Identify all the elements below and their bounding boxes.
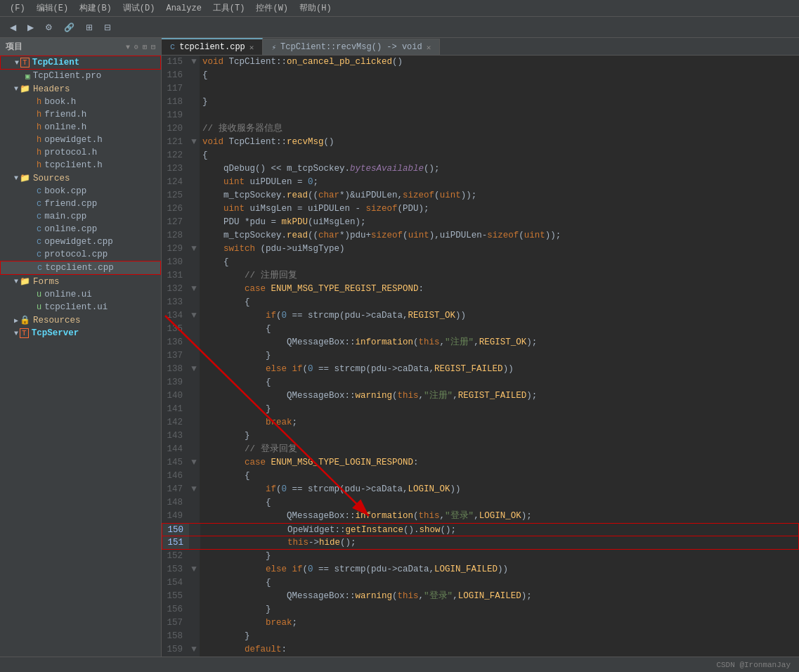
line-147: 147 ▼ if(0 == strcmp(pdu->caData,LOGIN_O… xyxy=(162,483,799,496)
line-158: 158 } xyxy=(162,630,799,643)
line-116: 116 { xyxy=(162,69,799,82)
sidebar-item-book-cpp[interactable]: c book.cpp xyxy=(0,185,161,198)
line-153: 153 ▼ else if(0 == strcmp(pdu->caData,LO… xyxy=(162,563,799,576)
line-136: 136 QMessageBox::information(this,"注册",R… xyxy=(162,336,799,349)
menu-bar[interactable]: (F) 编辑(E) 构建(B) 调试(D) Analyze 工具(T) 控件(W… xyxy=(0,0,799,17)
line-144: 144 // 登录回复 xyxy=(162,443,799,456)
line-122: 122 { xyxy=(162,149,799,162)
line-130: 130 { xyxy=(162,256,799,269)
line-140: 140 QMessageBox::warning(this,"注册",REGIS… xyxy=(162,389,799,403)
menu-debug[interactable]: 调试(D) xyxy=(117,2,161,14)
toolbar-btn-5[interactable]: ⊟ xyxy=(100,21,115,34)
sidebar: 项目 ▼ ⚙ ⊞ ⊟ ▼ T TcpClient ▣ TcpClient.pro… xyxy=(0,38,162,657)
line-118: 118 } xyxy=(162,96,799,109)
line-132: 132 ▼ case ENUM_MSG_TYPE_REGIST_RESPOND: xyxy=(162,283,799,296)
line-141: 141 } xyxy=(162,403,799,416)
sidebar-item-forms-group[interactable]: ▼ 📁 Forms xyxy=(0,275,161,288)
sidebar-item-tcpclient-cpp[interactable]: c tcpclient.cpp xyxy=(0,261,161,275)
line-128: 128 m_tcpSockey.read((char*)pdu+sizeof(u… xyxy=(162,229,799,243)
sidebar-item-tcpclient-h[interactable]: h tcpclient.h xyxy=(0,159,161,172)
line-145: 145 ▼ case ENUM_MSG_TYPE_LOGIN_RESPOND: xyxy=(162,456,799,470)
menu-help[interactable]: 帮助(H) xyxy=(294,2,337,14)
sidebar-item-online-h[interactable]: h online.h xyxy=(0,121,161,134)
line-148: 148 { xyxy=(162,496,799,510)
sidebar-item-tcpclient-pro[interactable]: ▣ TcpClient.pro xyxy=(0,70,161,82)
status-bar: CSDN @IronmanJay xyxy=(0,657,799,672)
menu-tools[interactable]: 工具(T) xyxy=(207,2,251,14)
main-area: 项目 ▼ ⚙ ⊞ ⊟ ▼ T TcpClient ▣ TcpClient.pro… xyxy=(0,38,799,657)
tabs-bar: c tcpclient.cpp ✕ ⚡ TcpClient::recvMsg()… xyxy=(162,38,799,56)
line-143: 143 } xyxy=(162,429,799,443)
line-115: 115 ▼ void TcpClient::on_cancel_pb_click… xyxy=(162,56,799,69)
toolbar-btn-2[interactable]: ▶ xyxy=(23,21,38,34)
menu-edit[interactable]: 编辑(E) xyxy=(31,2,74,14)
menu-controls[interactable]: 控件(W) xyxy=(250,2,294,14)
sidebar-item-online-ui[interactable]: u online.ui xyxy=(0,288,161,301)
line-152: 152 } xyxy=(162,550,799,563)
line-124: 124 uint uiPDULen = 0; xyxy=(162,176,799,189)
sidebar-item-online-cpp[interactable]: c online.cpp xyxy=(0,223,161,235)
tab-recvmsg[interactable]: ⚡ TcpClient::recvMsg() -> void ✕ xyxy=(263,39,440,55)
sidebar-item-tcpclient-ui[interactable]: u tcpclient.ui xyxy=(0,301,161,314)
toolbar-btn-3[interactable]: 🔗 xyxy=(60,21,79,34)
line-125: 125 m_tcpSockey.read((char*)&uiPDULen,si… xyxy=(162,189,799,202)
line-151: 151 this->hide(); xyxy=(162,536,799,550)
line-134: 134 ▼ if(0 == strcmp(pdu->caData,REGIST_… xyxy=(162,309,799,323)
line-129: 129 ▼ switch (pdu->uiMsgType) xyxy=(162,243,799,256)
line-137: 137 } xyxy=(162,349,799,363)
editor-area: c tcpclient.cpp ✕ ⚡ TcpClient::recvMsg()… xyxy=(162,38,799,657)
line-146: 146 { xyxy=(162,470,799,483)
toolbar-btn-filter[interactable]: ⚙ xyxy=(41,21,57,34)
sidebar-item-headers-group[interactable]: ▼ 📁 Headers xyxy=(0,82,161,96)
line-133: 133 { xyxy=(162,296,799,309)
line-157: 157 break; xyxy=(162,616,799,630)
sidebar-item-tcpclient-root[interactable]: ▼ T TcpClient xyxy=(0,56,161,70)
toolbar-btn-1[interactable]: ◀ xyxy=(6,21,20,34)
line-149: 149 QMessageBox::information(this,"登录",L… xyxy=(162,510,799,523)
sidebar-item-protocol-cpp[interactable]: c protocol.cpp xyxy=(0,248,161,261)
line-135: 135 { xyxy=(162,323,799,336)
status-text: CSDN @IronmanJay xyxy=(716,661,791,669)
sidebar-item-book-h[interactable]: h book.h xyxy=(0,96,161,108)
line-131: 131 // 注册回复 xyxy=(162,269,799,283)
line-121: 121 ▼ void TcpClient::recvMsg() xyxy=(162,136,799,149)
sidebar-item-resources-group[interactable]: ▶ 🔒 Resources xyxy=(0,314,161,327)
menu-build[interactable]: 构建(B) xyxy=(74,2,117,14)
line-156: 156 } xyxy=(162,603,799,616)
sidebar-item-main-cpp[interactable]: c main.cpp xyxy=(0,210,161,223)
toolbar: ◀ ▶ ⚙ 🔗 ⊞ ⊟ xyxy=(0,17,799,38)
editor: 115 ▼ void TcpClient::on_cancel_pb_click… xyxy=(162,56,799,657)
line-117: 117 xyxy=(162,82,799,96)
line-127: 127 PDU *pdu = mkPDU(uiMsgLen); xyxy=(162,216,799,229)
code-view: 115 ▼ void TcpClient::on_cancel_pb_click… xyxy=(162,56,799,657)
line-154: 154 { xyxy=(162,576,799,590)
menu-file[interactable]: (F) xyxy=(4,4,31,13)
line-150: 150 OpeWidget::getInstance().show(); xyxy=(162,523,799,536)
sidebar-item-opewidget-h[interactable]: h opewidget.h xyxy=(0,134,161,146)
line-142: 142 break; xyxy=(162,416,799,429)
line-119: 119 xyxy=(162,109,799,122)
toolbar-btn-4[interactable]: ⊞ xyxy=(82,21,97,34)
line-126: 126 uint uiMsgLen = uiPDULen - sizeof(PD… xyxy=(162,202,799,216)
tab-tcpclient-cpp[interactable]: c tcpclient.cpp ✕ xyxy=(162,38,263,55)
line-155: 155 QMessageBox::warning(this,"登录",LOGIN… xyxy=(162,590,799,603)
sidebar-item-friend-h[interactable]: h friend.h xyxy=(0,108,161,121)
line-138: 138 ▼ else if(0 == strcmp(pdu->caData,RE… xyxy=(162,363,799,376)
line-123: 123 qDebug() << m_tcpSockey.bytesAvailab… xyxy=(162,162,799,176)
sidebar-item-friend-cpp[interactable]: c friend.cpp xyxy=(0,198,161,210)
sidebar-item-sources-group[interactable]: ▼ 📁 Sources xyxy=(0,172,161,185)
menu-analyze[interactable]: Analyze xyxy=(160,4,207,13)
line-120: 120 // 接收服务器信息 xyxy=(162,122,799,136)
sidebar-item-opewidget-cpp[interactable]: c opewidget.cpp xyxy=(0,235,161,248)
line-139: 139 { xyxy=(162,376,799,389)
sidebar-item-tcpserver-root[interactable]: ▼ T TcpServer xyxy=(0,327,161,340)
line-159: 159 ▼ default: xyxy=(162,643,799,657)
sidebar-item-protocol-h[interactable]: h protocol.h xyxy=(0,146,161,159)
sidebar-header: 项目 ▼ ⚙ ⊞ ⊟ xyxy=(0,38,161,56)
